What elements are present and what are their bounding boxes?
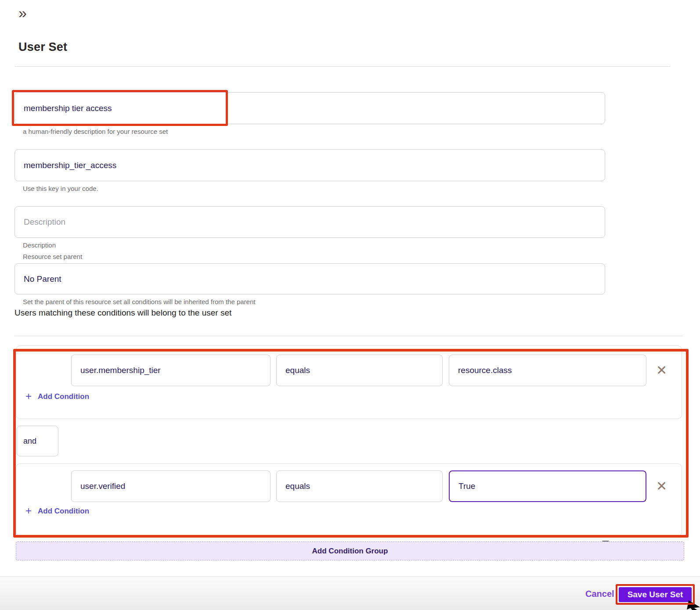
name-helper: a human-friendly description for your re… [23, 128, 168, 135]
attribute-select-2-value: user.verified [80, 481, 125, 491]
operator-select-1[interactable]: equals [276, 355, 443, 386]
value-select-2[interactable]: True [449, 470, 646, 502]
collapse-sidebar-icon[interactable]: » [18, 5, 27, 20]
parent-label: Resource set parent [23, 253, 82, 260]
add-condition-1-button[interactable]: + Add Condition [25, 392, 89, 402]
name-input[interactable] [14, 92, 605, 124]
combinator-select[interactable]: and [17, 426, 58, 456]
cancel-button[interactable]: Cancel [585, 589, 614, 599]
plus-icon: + [25, 506, 32, 516]
user-set-page: » User Set a human-friendly description … [0, 0, 700, 610]
add-condition-2-label: Add Condition [38, 507, 89, 516]
description-input[interactable] [14, 206, 605, 238]
key-input[interactable] [14, 149, 605, 181]
add-condition-2-button[interactable]: + Add Condition [25, 506, 89, 516]
operator-select-2-value: equals [285, 481, 310, 491]
description-label: Description [23, 241, 56, 249]
combinator-value: and [23, 437, 36, 446]
add-condition-1-label: Add Condition [38, 392, 89, 401]
plus-icon: + [25, 391, 32, 402]
add-condition-group-label: Add Condition Group [312, 547, 388, 556]
parent-select-value: No Parent [24, 274, 61, 284]
conditions-divider [14, 336, 683, 336]
title-divider [14, 66, 671, 67]
remove-condition-2-button[interactable]: ✕ [656, 480, 667, 493]
operator-select-2[interactable]: equals [276, 470, 443, 502]
conditions-intro: Users matching these conditions will bel… [14, 308, 231, 318]
add-condition-group-button[interactable]: Add Condition Group [16, 542, 684, 560]
attribute-select-1-value: user.membership_tier [80, 366, 161, 375]
parent-select[interactable]: No Parent [14, 263, 605, 294]
attribute-select-2[interactable]: user.verified [71, 470, 271, 502]
parent-helper: Set the parent of this resource set all … [23, 298, 255, 305]
attribute-select-1[interactable]: user.membership_tier [71, 355, 271, 386]
remove-condition-1-button[interactable]: ✕ [656, 364, 667, 377]
page-title: User Set [18, 40, 67, 54]
key-helper: Use this key in your code. [23, 185, 98, 192]
value-select-2-value: True [458, 481, 475, 491]
operator-select-1-value: equals [285, 366, 310, 375]
save-user-set-button[interactable]: Save User Set [619, 587, 692, 602]
value-input-1[interactable] [449, 355, 646, 386]
